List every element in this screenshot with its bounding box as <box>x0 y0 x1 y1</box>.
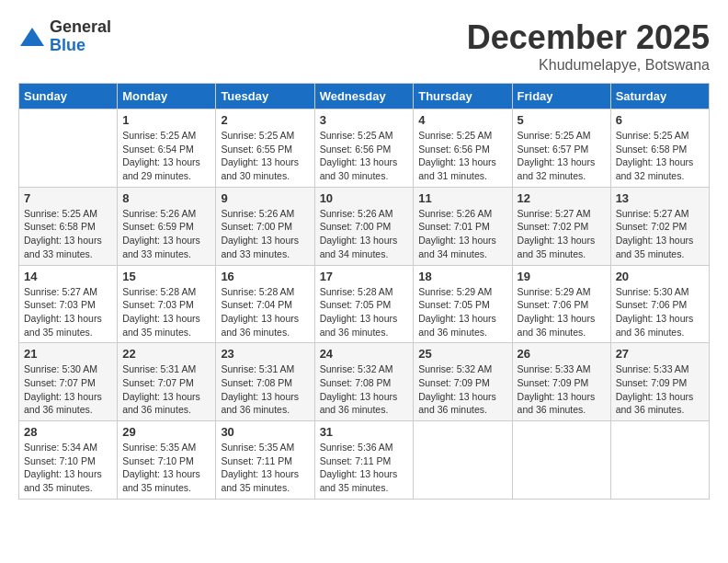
day-cell: 16Sunrise: 5:28 AM Sunset: 7:04 PM Dayli… <box>216 265 314 343</box>
day-info: Sunrise: 5:25 AM Sunset: 6:55 PM Dayligh… <box>221 129 309 183</box>
day-cell: 30Sunrise: 5:35 AM Sunset: 7:11 PM Dayli… <box>216 421 314 500</box>
day-cell: 9Sunrise: 5:26 AM Sunset: 7:00 PM Daylig… <box>216 187 314 265</box>
header-cell-wednesday: Wednesday <box>314 84 414 109</box>
header-cell-monday: Monday <box>118 84 216 109</box>
day-number: 28 <box>24 425 112 439</box>
header-cell-thursday: Thursday <box>414 84 512 109</box>
page-header: General Blue December 2025 Khudumelapye,… <box>18 18 710 74</box>
day-number: 26 <box>518 347 606 361</box>
day-number: 25 <box>418 347 506 361</box>
day-number: 22 <box>122 347 210 361</box>
logo: General Blue <box>18 18 111 55</box>
day-cell <box>512 421 610 500</box>
day-cell: 21Sunrise: 5:30 AM Sunset: 7:07 PM Dayli… <box>19 343 118 421</box>
day-number: 15 <box>122 270 210 283</box>
header-cell-sunday: Sunday <box>19 84 118 109</box>
week-row-3: 14Sunrise: 5:27 AM Sunset: 7:03 PM Dayli… <box>19 265 710 343</box>
logo-text: General Blue <box>50 18 111 55</box>
day-cell: 14Sunrise: 5:27 AM Sunset: 7:03 PM Dayli… <box>19 265 118 343</box>
day-info: Sunrise: 5:35 AM Sunset: 7:11 PM Dayligh… <box>221 441 309 495</box>
calendar-table: SundayMondayTuesdayWednesdayThursdayFrid… <box>18 83 710 500</box>
day-cell: 3Sunrise: 5:25 AM Sunset: 6:56 PM Daylig… <box>314 109 414 188</box>
day-number: 2 <box>221 113 309 127</box>
day-cell: 26Sunrise: 5:33 AM Sunset: 7:09 PM Dayli… <box>512 343 610 421</box>
logo-general: General <box>50 18 111 37</box>
day-number: 6 <box>616 113 704 127</box>
day-number: 11 <box>418 191 506 205</box>
day-cell: 27Sunrise: 5:33 AM Sunset: 7:09 PM Dayli… <box>610 343 709 421</box>
calendar-body: 1Sunrise: 5:25 AM Sunset: 6:54 PM Daylig… <box>19 109 710 500</box>
day-number: 30 <box>221 425 309 439</box>
title-block: December 2025 Khudumelapye, Botswana <box>467 18 710 74</box>
day-info: Sunrise: 5:27 AM Sunset: 7:03 PM Dayligh… <box>24 285 112 339</box>
day-info: Sunrise: 5:27 AM Sunset: 7:02 PM Dayligh… <box>518 207 606 261</box>
day-info: Sunrise: 5:29 AM Sunset: 7:06 PM Dayligh… <box>518 285 606 339</box>
day-info: Sunrise: 5:31 AM Sunset: 7:08 PM Dayligh… <box>221 362 309 417</box>
day-info: Sunrise: 5:25 AM Sunset: 6:54 PM Dayligh… <box>122 129 210 183</box>
day-number: 14 <box>24 270 112 283</box>
day-info: Sunrise: 5:30 AM Sunset: 7:07 PM Dayligh… <box>24 362 112 417</box>
logo-blue: Blue <box>50 37 111 55</box>
day-cell: 8Sunrise: 5:26 AM Sunset: 6:59 PM Daylig… <box>118 187 216 265</box>
day-info: Sunrise: 5:28 AM Sunset: 7:03 PM Dayligh… <box>122 285 210 339</box>
day-cell <box>414 421 512 500</box>
day-cell: 17Sunrise: 5:28 AM Sunset: 7:05 PM Dayli… <box>314 265 414 343</box>
day-number: 12 <box>518 191 606 205</box>
day-cell: 1Sunrise: 5:25 AM Sunset: 6:54 PM Daylig… <box>118 109 216 188</box>
day-info: Sunrise: 5:27 AM Sunset: 7:02 PM Dayligh… <box>616 207 704 261</box>
day-cell: 7Sunrise: 5:25 AM Sunset: 6:58 PM Daylig… <box>19 187 118 265</box>
day-cell: 11Sunrise: 5:26 AM Sunset: 7:01 PM Dayli… <box>414 187 512 265</box>
day-info: Sunrise: 5:25 AM Sunset: 6:56 PM Dayligh… <box>320 129 409 183</box>
day-cell: 12Sunrise: 5:27 AM Sunset: 7:02 PM Dayli… <box>512 187 610 265</box>
day-info: Sunrise: 5:25 AM Sunset: 6:58 PM Dayligh… <box>616 129 704 183</box>
logo-icon <box>18 23 46 51</box>
day-cell: 15Sunrise: 5:28 AM Sunset: 7:03 PM Dayli… <box>118 265 216 343</box>
day-info: Sunrise: 5:28 AM Sunset: 7:04 PM Dayligh… <box>221 285 309 339</box>
day-cell: 22Sunrise: 5:31 AM Sunset: 7:07 PM Dayli… <box>118 343 216 421</box>
day-cell: 6Sunrise: 5:25 AM Sunset: 6:58 PM Daylig… <box>610 109 709 188</box>
svg-marker-0 <box>20 28 44 46</box>
day-cell: 13Sunrise: 5:27 AM Sunset: 7:02 PM Dayli… <box>610 187 709 265</box>
header-cell-friday: Friday <box>512 84 610 109</box>
day-number: 20 <box>616 270 704 283</box>
day-cell: 25Sunrise: 5:32 AM Sunset: 7:09 PM Dayli… <box>414 343 512 421</box>
day-info: Sunrise: 5:33 AM Sunset: 7:09 PM Dayligh… <box>518 362 606 417</box>
day-info: Sunrise: 5:34 AM Sunset: 7:10 PM Dayligh… <box>24 441 112 495</box>
day-number: 17 <box>320 270 409 283</box>
day-info: Sunrise: 5:36 AM Sunset: 7:11 PM Dayligh… <box>320 441 409 495</box>
day-number: 27 <box>616 347 704 361</box>
day-number: 5 <box>518 113 606 127</box>
day-cell: 10Sunrise: 5:26 AM Sunset: 7:00 PM Dayli… <box>314 187 414 265</box>
day-cell <box>19 109 118 188</box>
day-number: 3 <box>320 113 409 127</box>
day-number: 18 <box>418 270 506 283</box>
day-number: 7 <box>24 191 112 205</box>
header-row: SundayMondayTuesdayWednesdayThursdayFrid… <box>19 84 710 109</box>
day-number: 24 <box>320 347 409 361</box>
day-info: Sunrise: 5:29 AM Sunset: 7:05 PM Dayligh… <box>418 285 506 339</box>
day-info: Sunrise: 5:32 AM Sunset: 7:08 PM Dayligh… <box>320 362 409 417</box>
day-cell: 28Sunrise: 5:34 AM Sunset: 7:10 PM Dayli… <box>19 421 118 500</box>
week-row-1: 1Sunrise: 5:25 AM Sunset: 6:54 PM Daylig… <box>19 109 710 188</box>
day-cell: 23Sunrise: 5:31 AM Sunset: 7:08 PM Dayli… <box>216 343 314 421</box>
day-cell: 4Sunrise: 5:25 AM Sunset: 6:56 PM Daylig… <box>414 109 512 188</box>
location: Khudumelapye, Botswana <box>467 57 710 74</box>
calendar-header: SundayMondayTuesdayWednesdayThursdayFrid… <box>19 84 710 109</box>
day-number: 29 <box>122 425 210 439</box>
week-row-5: 28Sunrise: 5:34 AM Sunset: 7:10 PM Dayli… <box>19 421 710 500</box>
day-info: Sunrise: 5:33 AM Sunset: 7:09 PM Dayligh… <box>616 362 704 417</box>
day-number: 16 <box>221 270 309 283</box>
header-cell-tuesday: Tuesday <box>216 84 314 109</box>
day-cell: 2Sunrise: 5:25 AM Sunset: 6:55 PM Daylig… <box>216 109 314 188</box>
day-cell: 5Sunrise: 5:25 AM Sunset: 6:57 PM Daylig… <box>512 109 610 188</box>
day-number: 8 <box>122 191 210 205</box>
day-info: Sunrise: 5:25 AM Sunset: 6:57 PM Dayligh… <box>518 129 606 183</box>
month-title: December 2025 <box>467 18 710 57</box>
day-number: 23 <box>221 347 309 361</box>
day-cell: 20Sunrise: 5:30 AM Sunset: 7:06 PM Dayli… <box>610 265 709 343</box>
day-cell <box>610 421 709 500</box>
day-info: Sunrise: 5:26 AM Sunset: 7:00 PM Dayligh… <box>221 207 309 261</box>
day-cell: 31Sunrise: 5:36 AM Sunset: 7:11 PM Dayli… <box>314 421 414 500</box>
day-number: 10 <box>320 191 409 205</box>
day-info: Sunrise: 5:35 AM Sunset: 7:10 PM Dayligh… <box>122 441 210 495</box>
